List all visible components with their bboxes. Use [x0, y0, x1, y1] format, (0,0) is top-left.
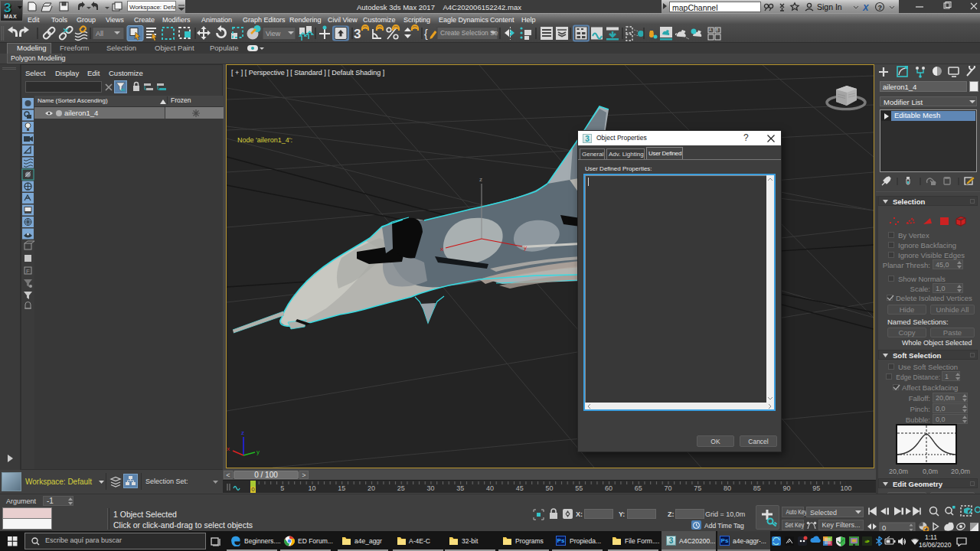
svg-text:All: All	[96, 30, 103, 37]
svg-text:View: View	[266, 30, 281, 37]
svg-text:25: 25	[397, 484, 405, 492]
svg-text:F: F	[26, 268, 30, 275]
svg-text:45: 45	[516, 484, 524, 492]
svg-text:0: 0	[251, 486, 255, 493]
svg-text:x: x	[440, 246, 443, 253]
svg-text:85: 85	[753, 484, 761, 492]
svg-text:95: 95	[812, 484, 820, 492]
svg-text:X: X	[862, 3, 869, 12]
svg-text:?: ?	[878, 4, 883, 11]
svg-text:z: z	[479, 176, 482, 183]
svg-text:75: 75	[694, 484, 701, 492]
svg-text:y: y	[256, 448, 260, 455]
svg-text:70: 70	[664, 484, 671, 492]
svg-text:B: B	[716, 28, 719, 32]
svg-text:30: 30	[426, 484, 434, 492]
svg-text:y: y	[524, 244, 527, 251]
svg-text:5: 5	[280, 484, 284, 492]
svg-text:100: 100	[840, 484, 851, 492]
svg-text:A: A	[709, 28, 712, 32]
svg-text:z: z	[241, 429, 244, 436]
svg-text:35: 35	[456, 484, 464, 492]
svg-text:60: 60	[605, 484, 612, 492]
svg-text:55: 55	[575, 484, 583, 492]
svg-text:{: {	[424, 28, 428, 40]
svg-text:Create Selection Se: Create Selection Se	[440, 29, 498, 37]
svg-text:80: 80	[724, 484, 731, 492]
svg-text:65: 65	[635, 484, 642, 492]
svg-text:x: x	[227, 445, 230, 452]
svg-text:50: 50	[545, 484, 553, 492]
svg-text:10: 10	[308, 484, 315, 492]
svg-text:20: 20	[368, 484, 375, 492]
svg-text:Sign In: Sign In	[817, 2, 842, 11]
svg-text:40: 40	[486, 484, 494, 492]
svg-text:90: 90	[782, 484, 790, 492]
svg-text:15: 15	[338, 484, 345, 492]
svg-text:0: 0	[882, 523, 886, 532]
svg-text:3: 3	[354, 27, 361, 41]
